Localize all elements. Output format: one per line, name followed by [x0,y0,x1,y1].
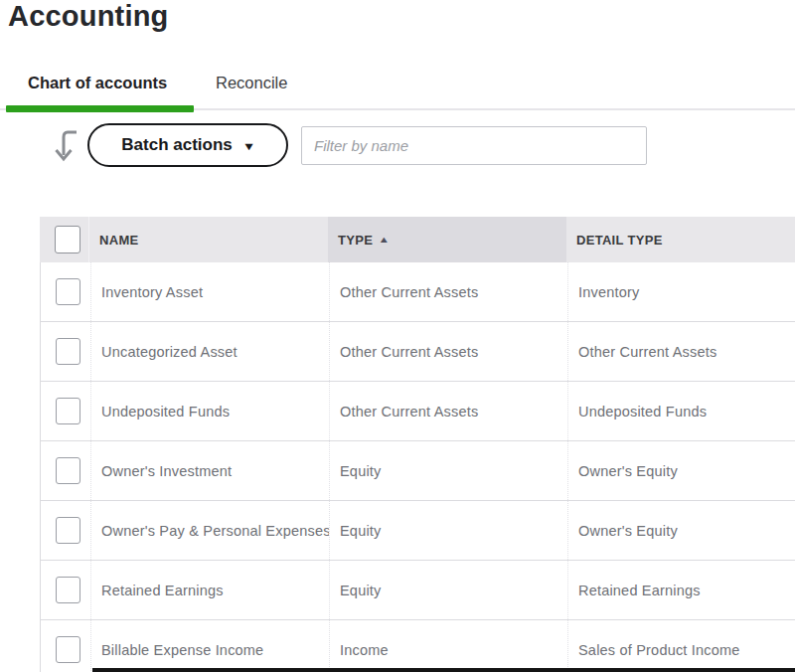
bottom-progress-bar [92,668,795,672]
account-type: Other Current Assets [340,284,478,300]
account-name-cell: Owner's Pay & Personal Expenses [90,501,329,560]
account-type-cell: Income [329,620,567,672]
table-row[interactable]: Retained Earnings Equity Retained Earnin… [41,561,795,620]
account-detail-type-cell: Other Current Assets [567,322,795,381]
account-name: Uncategorized Asset [101,344,238,360]
column-header-type-label: TYPE [338,233,373,248]
account-name: Owner's Investment [101,463,232,479]
account-name-cell: Undeposited Funds [90,382,329,440]
account-name-cell: Inventory Asset [90,262,329,321]
tab-bar: Chart of accounts Reconcile [0,74,795,99]
account-detail-type: Inventory [578,284,639,300]
column-header-type[interactable]: TYPE ▲ [328,233,566,248]
account-type: Other Current Assets [340,404,478,420]
row-checkbox[interactable] [56,636,80,663]
account-detail-type: Owner's Equity [578,523,678,539]
table-row[interactable]: Owner's Pay & Personal Expenses Equity O… [41,501,795,561]
row-checkbox-cell [41,262,90,321]
table-row[interactable]: Billable Expense Income Income Sales of … [41,620,795,672]
account-type: Equity [340,523,382,539]
row-checkbox-cell [41,620,90,672]
table-body: Inventory Asset Other Current Assets Inv… [40,262,795,672]
account-detail-type: Undeposited Funds [578,404,707,420]
caret-down-icon: ▼ [241,141,255,152]
account-name: Billable Expense Income [101,642,263,658]
row-checkbox-cell [41,441,90,500]
account-type-cell: Other Current Assets [329,262,567,321]
account-detail-type: Retained Earnings [578,583,701,598]
active-tab-underline [6,105,194,112]
account-detail-type-cell: Owner's Equity [567,441,795,500]
account-detail-type-cell: Owner's Equity [567,501,795,560]
account-type: Other Current Assets [340,344,478,360]
batch-actions-button[interactable]: Batch actions ▼ [87,123,288,167]
account-type-cell: Other Current Assets [329,322,567,381]
filter-by-name-input[interactable] [301,126,647,165]
arrow-down-icon [52,128,81,166]
table-header: NAME TYPE ▲ DETAIL TYPE [40,217,795,262]
account-name: Owner's Pay & Personal Expenses [101,523,329,539]
account-detail-type: Owner's Equity [578,463,678,479]
sort-ascending-icon: ▲ [379,235,391,245]
row-checkbox[interactable] [56,338,80,365]
account-name-cell: Retained Earnings [90,561,329,619]
table-row[interactable]: Undeposited Funds Other Current Assets U… [41,382,795,441]
table-row[interactable]: Uncategorized Asset Other Current Assets… [41,322,795,382]
account-name-cell: Uncategorized Asset [90,322,329,381]
column-header-detail-type[interactable]: DETAIL TYPE [566,233,795,248]
account-name: Inventory Asset [101,284,203,300]
account-name: Undeposited Funds [101,404,230,420]
account-type-cell: Other Current Assets [329,382,567,440]
row-checkbox[interactable] [56,457,80,484]
row-checkbox-cell [41,561,90,619]
account-type-cell: Equity [329,441,567,500]
account-detail-type: Sales of Product Income [578,642,740,658]
account-detail-type-cell: Sales of Product Income [567,620,795,672]
account-type-cell: Equity [329,561,567,619]
account-type-cell: Equity [329,501,567,560]
page-title: Accounting [8,0,169,33]
row-checkbox[interactable] [56,278,80,305]
account-type: Equity [340,463,382,479]
tab-reconcile[interactable]: Reconcile [216,74,287,92]
account-type: Income [340,642,389,658]
account-detail-type-cell: Retained Earnings [567,561,795,619]
row-checkbox-cell [41,322,90,381]
account-detail-type: Other Current Assets [578,344,716,360]
account-type: Equity [340,583,382,598]
account-name-cell: Owner's Investment [90,441,329,500]
table-row[interactable]: Owner's Investment Equity Owner's Equity [41,441,795,501]
account-name-cell: Billable Expense Income [90,620,329,672]
account-name: Retained Earnings [101,583,224,598]
row-checkbox-cell [41,501,90,560]
chart-of-accounts-table: NAME TYPE ▲ DETAIL TYPE Inventory Asset … [40,217,795,672]
account-detail-type-cell: Undeposited Funds [567,382,795,440]
row-checkbox[interactable] [56,577,80,603]
table-row[interactable]: Inventory Asset Other Current Assets Inv… [41,262,795,322]
row-checkbox-cell [41,382,90,440]
batch-actions-label: Batch actions [121,135,232,155]
select-all-checkbox[interactable] [55,226,80,253]
tab-chart-of-accounts[interactable]: Chart of accounts [28,74,167,92]
account-detail-type-cell: Inventory [567,262,795,321]
column-header-name[interactable]: NAME [89,233,328,248]
row-checkbox[interactable] [56,517,80,544]
row-checkbox[interactable] [56,398,80,424]
select-all-cell [40,217,89,262]
